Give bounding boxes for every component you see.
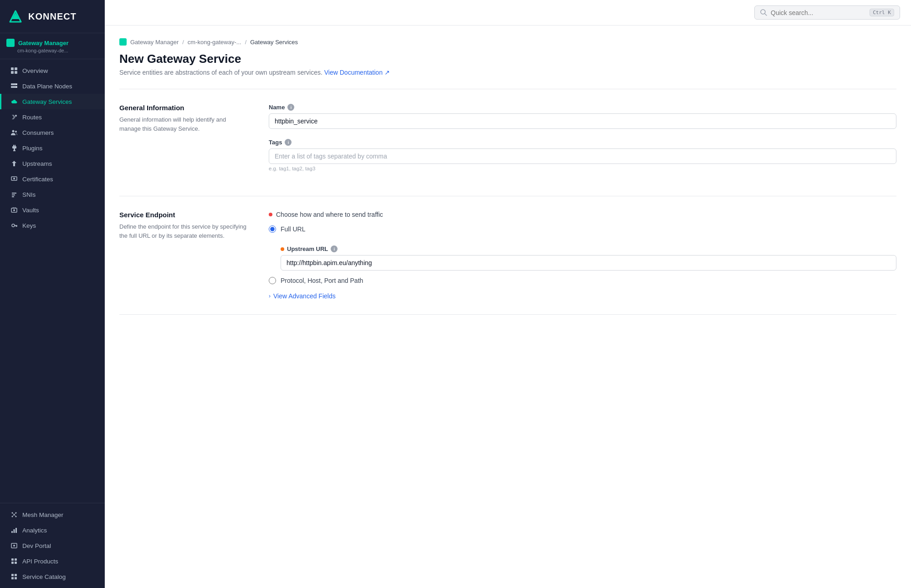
svg-rect-32 bbox=[11, 531, 13, 533]
sidebar-item-vaults[interactable]: Vaults bbox=[0, 202, 105, 218]
sidebar-item-routes[interactable]: Routes bbox=[0, 109, 105, 125]
svg-rect-39 bbox=[11, 562, 14, 564]
full-url-option[interactable]: Full URL bbox=[269, 225, 896, 233]
cert-icon bbox=[10, 175, 18, 183]
bottom-nav: Mesh Manager Analytics Dev Portal API Pr… bbox=[0, 503, 105, 588]
sidebar-item-mesh-manager[interactable]: Mesh Manager bbox=[0, 507, 105, 522]
upstream-url-input[interactable] bbox=[281, 255, 896, 271]
svg-point-12 bbox=[15, 131, 17, 133]
sidebar-item-plugins[interactable]: Plugins bbox=[0, 140, 105, 156]
required-dot bbox=[269, 213, 272, 216]
sidebar-item-snis[interactable]: SNIs bbox=[0, 187, 105, 202]
tags-hint: e.g. tag1, tag2, tag3 bbox=[269, 166, 896, 171]
name-input[interactable] bbox=[269, 113, 896, 129]
upstream-dot bbox=[281, 247, 284, 251]
general-section-title: General Information bbox=[119, 104, 247, 112]
sidebar-item-keys[interactable]: Keys bbox=[0, 218, 105, 233]
section-info-general: General Information General information … bbox=[119, 104, 247, 181]
sidebar-item-overview[interactable]: Overview bbox=[0, 63, 105, 78]
sidebar-item-certificates[interactable]: Certificates bbox=[0, 171, 105, 187]
svg-point-9 bbox=[16, 87, 17, 87]
name-info-icon[interactable]: i bbox=[287, 104, 294, 111]
svg-point-19 bbox=[13, 178, 15, 179]
breadcrumb-gateway-manager[interactable]: Gateway Manager bbox=[130, 39, 179, 46]
svg-rect-2 bbox=[11, 67, 14, 70]
svg-line-28 bbox=[12, 513, 14, 515]
sidebar-item-gateway-services[interactable]: Gateway Services bbox=[0, 94, 105, 109]
breadcrumb-current: Gateway Services bbox=[250, 39, 298, 46]
protocol-host-option[interactable]: Protocol, Host, Port and Path bbox=[269, 277, 896, 284]
svg-rect-33 bbox=[14, 529, 15, 533]
api-icon bbox=[10, 557, 18, 565]
service-endpoint-section: Service Endpoint Define the endpoint for… bbox=[119, 196, 896, 315]
search-box[interactable]: Ctrl K bbox=[754, 5, 900, 20]
tags-input[interactable] bbox=[269, 148, 896, 164]
grid-icon bbox=[10, 67, 18, 74]
endpoint-section-desc: Define the endpoint for this service by … bbox=[119, 222, 247, 240]
app-name: KONNECT bbox=[28, 11, 77, 22]
dev-icon bbox=[10, 542, 18, 549]
sidebar-item-data-plane-nodes[interactable]: Data Plane Nodes bbox=[0, 78, 105, 94]
main-content: Ctrl K Gateway Manager / cm-kong-gateway… bbox=[105, 0, 911, 588]
gateway-manager-sub: cm-kong-gateway-de... bbox=[6, 48, 98, 53]
svg-rect-43 bbox=[11, 577, 14, 579]
gateway-manager-label: Gateway Manager bbox=[6, 39, 98, 47]
sidebar-item-dev-portal[interactable]: Dev Portal bbox=[0, 538, 105, 553]
breadcrumb-icon bbox=[119, 38, 127, 46]
search-input[interactable] bbox=[771, 9, 866, 16]
sidebar-item-api-products[interactable]: API Products bbox=[0, 553, 105, 569]
gateway-manager-section[interactable]: Gateway Manager cm-kong-gateway-de... bbox=[0, 33, 105, 59]
svg-line-46 bbox=[765, 14, 767, 15]
name-label: Name i bbox=[269, 104, 896, 111]
upstream-url-section: Upstream URL i bbox=[281, 245, 896, 271]
analytics-icon bbox=[10, 527, 18, 534]
svg-point-22 bbox=[12, 224, 15, 227]
breadcrumb: Gateway Manager / cm-kong-gateway-... / … bbox=[119, 38, 896, 46]
page-title: New Gateway Service bbox=[119, 52, 896, 66]
radio-group: Full URL Upstream URL i P bbox=[269, 225, 896, 284]
chevron-right-icon: › bbox=[269, 293, 271, 299]
svg-rect-14 bbox=[15, 145, 15, 146]
server-icon bbox=[10, 82, 18, 90]
mesh-icon bbox=[10, 511, 18, 518]
tags-info-icon[interactable]: i bbox=[285, 139, 292, 146]
sidebar-header: KONNECT bbox=[0, 0, 105, 33]
search-icon bbox=[760, 9, 767, 16]
svg-rect-38 bbox=[15, 558, 17, 561]
tags-label: Tags i bbox=[269, 139, 896, 146]
svg-rect-3 bbox=[15, 67, 17, 70]
sidebar-item-analytics[interactable]: Analytics bbox=[0, 522, 105, 538]
svg-rect-17 bbox=[13, 150, 15, 151]
svg-line-29 bbox=[14, 513, 16, 515]
catalog-icon bbox=[10, 573, 18, 580]
endpoint-fields: Choose how and where to send traffic Ful… bbox=[269, 211, 896, 300]
svg-rect-15 bbox=[12, 146, 16, 148]
upstream-url-label: Upstream URL i bbox=[281, 245, 896, 252]
kbd-shortcut: Ctrl K bbox=[870, 9, 894, 16]
svg-point-36 bbox=[13, 545, 15, 547]
upstream-icon bbox=[10, 160, 18, 167]
sidebar-item-upstreams[interactable]: Upstreams bbox=[0, 156, 105, 171]
general-info-section: General Information General information … bbox=[119, 89, 896, 196]
sidebar-item-service-catalog[interactable]: Service Catalog bbox=[0, 569, 105, 584]
upstream-url-info-icon[interactable]: i bbox=[331, 245, 338, 252]
doc-link[interactable]: View Documentation ↗ bbox=[324, 69, 390, 76]
vault-icon bbox=[10, 206, 18, 214]
route-icon bbox=[10, 113, 18, 121]
svg-line-30 bbox=[12, 515, 14, 516]
logo-icon bbox=[7, 8, 24, 25]
sidebar-item-consumers[interactable]: Consumers bbox=[0, 125, 105, 140]
svg-rect-40 bbox=[15, 562, 17, 564]
svg-rect-34 bbox=[15, 528, 17, 533]
page-subtitle: Service entities are abstractions of eac… bbox=[119, 69, 896, 76]
cloud-icon bbox=[10, 98, 18, 105]
plug-icon bbox=[10, 144, 18, 152]
breadcrumb-instance[interactable]: cm-kong-gateway-... bbox=[188, 39, 241, 46]
gateway-manager-icon bbox=[6, 39, 15, 47]
svg-point-11 bbox=[12, 130, 15, 133]
key-icon bbox=[10, 222, 18, 229]
full-url-radio[interactable] bbox=[269, 225, 276, 233]
section-info-endpoint: Service Endpoint Define the endpoint for… bbox=[119, 211, 247, 300]
view-advanced-fields[interactable]: › View Advanced Fields bbox=[269, 292, 896, 300]
protocol-host-radio[interactable] bbox=[269, 277, 276, 284]
